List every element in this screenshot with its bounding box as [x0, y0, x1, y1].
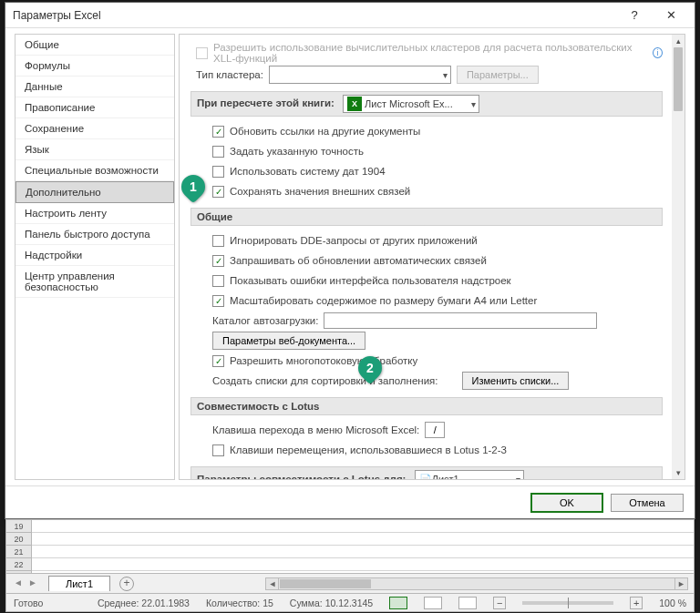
- zoom-slider[interactable]: [522, 601, 613, 605]
- tab-nav-prev-icon[interactable]: ◄: [12, 577, 25, 590]
- ignore-dde-checkbox[interactable]: [212, 235, 224, 247]
- row-header[interactable]: 22: [6, 558, 31, 571]
- status-bar: Готово Среднее: 22.01.1983 Количество: 1…: [5, 594, 695, 612]
- close-button[interactable]: ✕: [654, 5, 687, 26]
- zoom-in-button[interactable]: +: [630, 597, 643, 609]
- sheet-tab[interactable]: Лист1: [48, 576, 110, 591]
- update-links-checkbox[interactable]: ✓: [212, 126, 224, 138]
- sheet-tabs-bar: ◄ ► Лист1 + ◄ ►: [5, 574, 695, 594]
- ask-update-links-checkbox[interactable]: ✓: [212, 255, 224, 267]
- sidebar-item-formulas[interactable]: Формулы: [15, 56, 174, 77]
- general-section: Общие: [190, 208, 663, 226]
- zoom-level[interactable]: 100 %: [659, 598, 686, 608]
- view-page-break-icon[interactable]: [458, 597, 477, 609]
- help-button[interactable]: ?: [618, 5, 651, 26]
- scroll-up-icon[interactable]: ▴: [672, 35, 685, 47]
- sidebar-item-general[interactable]: Общие: [15, 35, 174, 56]
- sidebar-item-language[interactable]: Язык: [15, 139, 174, 160]
- sidebar-item-qat[interactable]: Панель быстрого доступа: [15, 224, 174, 245]
- sidebar-item-accessibility[interactable]: Специальные возможности: [15, 160, 174, 181]
- autoload-label: Каталог автозагрузки:: [212, 315, 318, 326]
- view-normal-icon[interactable]: [389, 597, 407, 609]
- show-addin-errors-checkbox[interactable]: [212, 275, 224, 287]
- date1904-checkbox[interactable]: [212, 166, 224, 178]
- sidebar-item-trust-center[interactable]: Центр управления безопасностью: [15, 266, 174, 298]
- zoom-out-button[interactable]: −: [493, 597, 506, 609]
- save-external-checkbox[interactable]: ✓: [212, 186, 224, 198]
- options-content: Разрешить использование вычислительных к…: [179, 34, 685, 480]
- add-sheet-button[interactable]: +: [119, 577, 134, 591]
- status-sum: Сумма: 10.12.3145: [290, 598, 373, 608]
- status-count: Количество: 15: [206, 598, 273, 608]
- view-page-layout-icon[interactable]: [424, 597, 442, 609]
- scale-paper-checkbox[interactable]: ✓: [212, 295, 224, 307]
- xll-clusters-checkbox: [196, 47, 208, 59]
- recalc-book-dropdown[interactable]: XЛист Microsoft Ex...: [343, 95, 479, 113]
- lotus-sheet-dropdown[interactable]: 📄 Лист1: [415, 470, 524, 480]
- titlebar: Параметры Excel ? ✕: [5, 3, 695, 28]
- scroll-thumb[interactable]: [674, 47, 683, 111]
- edit-custom-lists-button[interactable]: Изменить списки...: [462, 372, 570, 390]
- lotus-section: Совместимость с Lotus: [190, 397, 663, 415]
- lotus-key-label: Клавиша перехода в меню Microsoft Excel:: [212, 424, 419, 435]
- autoload-input[interactable]: [324, 312, 597, 329]
- spreadsheet-grid[interactable]: 19 20 21 22 23: [5, 519, 695, 574]
- ok-button[interactable]: OK: [530, 493, 603, 513]
- custom-lists-label: Создать списки для сортировки и заполнен…: [212, 375, 438, 386]
- cancel-button[interactable]: Отмена: [611, 494, 684, 512]
- content-scrollbar[interactable]: ▴ ▾: [672, 35, 685, 479]
- dialog-footer: OK Отмена: [5, 485, 695, 518]
- lotus-key-input[interactable]: [425, 422, 445, 438]
- web-doc-params-button[interactable]: Параметры веб-документа...: [212, 332, 365, 350]
- sidebar-item-save[interactable]: Сохранение: [15, 118, 174, 139]
- dialog-title: Параметры Excel: [13, 9, 618, 22]
- sidebar-item-proofing[interactable]: Правописание: [15, 97, 174, 118]
- hscroll-right-icon[interactable]: ►: [674, 578, 687, 589]
- lotus-nav-checkbox[interactable]: [212, 444, 224, 456]
- grid-cells[interactable]: [32, 520, 694, 573]
- scroll-down-icon[interactable]: ▾: [672, 466, 685, 479]
- precision-checkbox[interactable]: [212, 146, 224, 158]
- multithread-checkbox[interactable]: ✓: [212, 355, 224, 367]
- cluster-type-dropdown[interactable]: [269, 66, 451, 84]
- sidebar-item-data[interactable]: Данные: [15, 77, 174, 97]
- xll-clusters-label: Разрешить использование вычислительных к…: [213, 42, 647, 64]
- status-ready: Готово: [14, 598, 43, 608]
- row-header[interactable]: 19: [6, 520, 31, 533]
- row-header[interactable]: 21: [6, 546, 31, 558]
- row-headers: 19 20 21 22 23: [6, 520, 32, 573]
- sidebar-item-ribbon[interactable]: Настроить ленту: [15, 203, 174, 224]
- info-icon[interactable]: i: [653, 47, 663, 58]
- status-avg: Среднее: 22.01.1983: [98, 598, 190, 608]
- row-header[interactable]: 20: [6, 533, 31, 546]
- horizontal-scrollbar[interactable]: ◄ ►: [265, 577, 688, 590]
- excel-icon: X: [347, 97, 362, 111]
- sidebar-item-addins[interactable]: Надстройки: [15, 245, 174, 266]
- hscroll-left-icon[interactable]: ◄: [266, 578, 279, 589]
- tab-nav-next-icon[interactable]: ►: [26, 577, 39, 590]
- hscroll-thumb[interactable]: [280, 579, 371, 588]
- recalc-section: При пересчете этой книги: XЛист Microsof…: [190, 91, 663, 117]
- category-sidebar: Общие Формулы Данные Правописание Сохран…: [15, 34, 175, 480]
- excel-options-dialog: Параметры Excel ? ✕ Общие Формулы Данные…: [5, 2, 695, 519]
- cluster-type-label: Тип кластера:: [196, 69, 263, 80]
- cluster-params-button: Параметры...: [457, 66, 539, 84]
- sidebar-item-advanced[interactable]: Дополнительно: [15, 181, 174, 203]
- lotus-params-section: Параметры совместимости с Lotus для: 📄 Л…: [190, 466, 663, 480]
